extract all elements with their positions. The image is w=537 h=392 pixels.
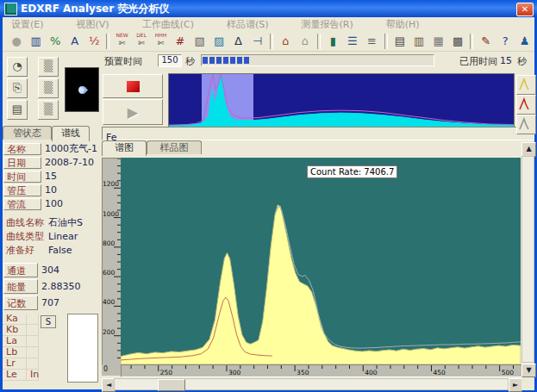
grid-icon[interactable]: # bbox=[171, 31, 190, 51]
menu-item-sample-spectrum[interactable]: 样品谱(S) bbox=[227, 18, 269, 31]
notebook-icon[interactable]: ▥ bbox=[26, 31, 45, 51]
progress-segment bbox=[203, 57, 208, 64]
peak-grey-button[interactable] bbox=[516, 115, 536, 134]
form-icon[interactable]: ▤ bbox=[7, 100, 28, 120]
toolbar: ●▥%A½NEW✄DEL✄HHH✄#▧▨Δ⊣⌂⌂▮☰≡▤▥▦▩✎?♟ bbox=[3, 31, 534, 52]
close-button[interactable]: ✕ bbox=[516, 3, 534, 16]
field-value: 100 bbox=[45, 198, 63, 210]
window-title: EDXRF Analyser 荧光分析仪 bbox=[21, 2, 169, 16]
preset-time-label: 预置时间 bbox=[104, 55, 142, 68]
clock-icon[interactable]: ◔ bbox=[7, 57, 28, 77]
tab-tube-status[interactable]: 管状态 bbox=[3, 126, 52, 140]
toolbar-separator bbox=[270, 34, 273, 49]
menu-item-work-curve[interactable]: 工作曲线(C) bbox=[142, 18, 194, 31]
calculator-icon-glyph: ▩ bbox=[453, 35, 463, 47]
vertical-scrollbar-track[interactable] bbox=[521, 156, 534, 363]
chart-image-icon[interactable]: ▨ bbox=[209, 31, 228, 51]
svg-text:350: 350 bbox=[297, 369, 309, 376]
stop-button[interactable] bbox=[103, 74, 163, 98]
menu-item-measure-report[interactable]: 测量报告(R) bbox=[302, 18, 353, 31]
tab-sample-view[interactable]: 样品图 bbox=[147, 140, 202, 154]
svg-text:200: 200 bbox=[103, 328, 116, 336]
line-value bbox=[27, 314, 39, 325]
delta-icon[interactable]: Δ bbox=[228, 31, 247, 51]
scroll-right-button[interactable]: ► bbox=[509, 378, 522, 392]
play-button[interactable]: ▶ bbox=[103, 99, 163, 125]
peak-red-button[interactable] bbox=[516, 95, 536, 115]
record-icon[interactable]: ● bbox=[7, 31, 26, 51]
svg-text:1000: 1000 bbox=[103, 210, 119, 218]
home-import-icon[interactable]: ⌂ bbox=[276, 31, 295, 51]
print-icon[interactable]: ▤ bbox=[390, 31, 409, 51]
print-preview-icon[interactable]: ▥ bbox=[409, 31, 428, 51]
home-export-icon[interactable]: ⌂ bbox=[296, 31, 315, 51]
percent-icon[interactable]: % bbox=[46, 31, 65, 51]
list-detail-icon[interactable]: ☰ bbox=[343, 31, 362, 51]
tab-spectral-line[interactable]: 谱线 bbox=[52, 126, 90, 141]
horizontal-scrollbar-thumb[interactable] bbox=[158, 379, 185, 391]
progress-segment bbox=[209, 57, 215, 64]
curve-edit-icon-glyph: ✄ bbox=[158, 38, 165, 49]
horizontal-scrollbar-track[interactable] bbox=[114, 378, 509, 390]
curve-new-icon[interactable]: NEW✄ bbox=[112, 31, 131, 51]
database-icon[interactable]: ▮ bbox=[323, 31, 342, 51]
field-value: 10 bbox=[45, 184, 57, 196]
y-axis-ruler: 20040060080010001200 bbox=[102, 158, 122, 366]
sample-drop-icon bbox=[77, 84, 88, 96]
person-icon[interactable]: ♟ bbox=[515, 31, 534, 51]
menu-item-view[interactable]: 视图(V) bbox=[77, 18, 109, 31]
svg-text:1200: 1200 bbox=[103, 180, 119, 188]
selected-element-cell[interactable]: S bbox=[41, 315, 56, 328]
curve-edit-icon[interactable]: HHH✄ bbox=[151, 31, 170, 51]
home-import-icon-glyph: ⌂ bbox=[282, 35, 289, 47]
field-value: 15 bbox=[45, 171, 57, 183]
line-row[interactable]: LeIn bbox=[3, 370, 39, 381]
delta-icon-glyph: Δ bbox=[234, 35, 242, 47]
book-pen-icon[interactable]: ✎ bbox=[476, 31, 495, 51]
page-setup-icon[interactable]: ▦ bbox=[429, 31, 448, 51]
menu-item-help[interactable]: 帮助(H) bbox=[386, 18, 420, 31]
disabled-tool-2: ▒ bbox=[38, 78, 59, 98]
region-select-icon[interactable]: ▧ bbox=[190, 31, 209, 51]
line-value: In bbox=[27, 370, 39, 381]
elapsed-time-value: 15 bbox=[500, 55, 512, 66]
svg-text:500: 500 bbox=[502, 369, 515, 376]
menu-item-settings[interactable]: 设置(E) bbox=[11, 18, 44, 31]
curve-del-icon[interactable]: DEL✄ bbox=[132, 31, 151, 51]
calculator-icon[interactable]: ▩ bbox=[448, 31, 467, 51]
progress-segment bbox=[230, 57, 235, 64]
copy-icon[interactable]: ⎘ bbox=[7, 78, 28, 98]
font-scale-icon[interactable]: A bbox=[65, 31, 84, 51]
home-export-icon-glyph: ⌂ bbox=[302, 35, 309, 47]
percent-icon-glyph: % bbox=[50, 35, 60, 47]
fraction-icon[interactable]: ½ bbox=[84, 31, 103, 51]
acquisition-progress-bar bbox=[201, 54, 434, 66]
tag-icon[interactable]: ⊣ bbox=[248, 31, 267, 51]
field-label: 记数 bbox=[3, 296, 38, 310]
app-window: EDXRF Analyser 荧光分析仪 ✕ 设置(E)视图(V)工作曲线(C)… bbox=[0, 0, 537, 392]
field-value: 2008-7-10 bbox=[45, 157, 94, 169]
list-dots-icon[interactable]: ≡ bbox=[362, 31, 381, 51]
svg-text:400: 400 bbox=[103, 298, 116, 306]
field-value: False bbox=[48, 245, 72, 257]
line-value bbox=[27, 336, 39, 347]
tab-spectrum-view[interactable]: 谱图 bbox=[102, 140, 147, 156]
list-dots-icon-glyph: ≡ bbox=[367, 35, 377, 47]
element-list-panel[interactable] bbox=[67, 314, 98, 383]
title-bar[interactable]: EDXRF Analyser 荧光分析仪 bbox=[0, 0, 537, 17]
elapsed-time-label: 已用时间 bbox=[459, 55, 497, 68]
curve-del-icon-glyph: ✄ bbox=[138, 38, 145, 49]
acquisition-preview-chart[interactable] bbox=[168, 73, 515, 128]
axis-origin-label: 0 bbox=[102, 364, 121, 376]
help-cursor-icon[interactable]: ? bbox=[496, 31, 515, 51]
grid-icon-glyph: # bbox=[176, 35, 185, 47]
scroll-down-button[interactable]: ▼ bbox=[521, 364, 536, 377]
scroll-up-button[interactable]: ▲ bbox=[521, 142, 536, 157]
peak-yellow-button[interactable] bbox=[516, 75, 536, 95]
field-value: 707 bbox=[41, 296, 59, 310]
spectrum-chart[interactable] bbox=[121, 158, 521, 364]
chart-image-icon-glyph: ▨ bbox=[214, 35, 224, 47]
curve-new-icon-glyph: ✄ bbox=[119, 38, 126, 49]
count-rate-annotation: Count Rate: 7406.7 bbox=[307, 165, 397, 178]
tag-icon-glyph: ⊣ bbox=[253, 35, 262, 47]
